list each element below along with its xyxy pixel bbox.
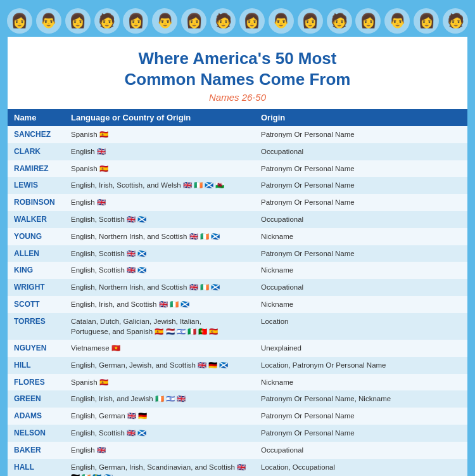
face-icon: 👨 <box>36 8 61 34</box>
col-header-origin: Origin <box>255 109 467 126</box>
cell-name: HILL <box>8 357 65 374</box>
cell-name: NELSON <box>8 425 65 442</box>
cell-origin: Patronym Or Personal Name <box>255 126 467 143</box>
cell-name: TORRES <box>8 313 65 340</box>
table-row: LEWISEnglish, Irish, Scottish, and Welsh… <box>8 177 467 194</box>
cell-language: English, Northern Irish, and Scottish 🇬🇧… <box>65 228 255 245</box>
cell-origin: Patronym Or Personal Name, Nickname <box>255 390 467 408</box>
cell-origin: Patronym Or Personal Name <box>255 245 467 262</box>
table-row: RAMIREZSpanish 🇪🇸Patronym Or Personal Na… <box>8 160 467 177</box>
cell-origin: Unexplained <box>255 340 467 357</box>
cell-name: ADAMS <box>8 408 65 425</box>
cell-name: HALL <box>8 459 65 476</box>
cell-origin: Location, Occupational <box>255 459 467 476</box>
cell-name: FLORES <box>8 374 65 391</box>
cell-origin: Patronym Or Personal Name <box>255 177 467 194</box>
face-icon: 👩 <box>181 8 206 34</box>
table-row: BAKEREnglish 🇬🇧Occupational <box>8 442 467 459</box>
cell-language: Vietnamese 🇻🇳 <box>65 340 255 357</box>
cell-name: ALLEN <box>8 245 65 262</box>
cell-name: WALKER <box>8 211 65 228</box>
table-row: YOUNGEnglish, Northern Irish, and Scotti… <box>8 228 467 245</box>
col-header-language: Language or Country of Origin <box>65 109 255 126</box>
page-title: Where America's 50 Most Common Names Com… <box>20 48 455 89</box>
cell-origin: Location <box>255 313 467 340</box>
cell-origin: Patronym Or Personal Name <box>255 425 467 442</box>
cell-language: English 🇬🇧 <box>65 143 255 160</box>
cell-language: Spanish 🇪🇸 <box>65 160 255 177</box>
top-face-strip: 👩 👨 👩 🧑 👩 👨 👩 🧑 👩 👨 👩 🧑 👩 👨 👩 🧑 <box>5 5 470 37</box>
cell-origin: Nickname <box>255 296 467 313</box>
cell-language: English, Scottish 🇬🇧 🏴󠁧󠁢󠁳󠁣󠁴󠁿 <box>65 211 255 228</box>
face-icon: 👩 <box>239 8 265 34</box>
face-icon: 🧑 <box>443 8 468 34</box>
cell-language: English, German, Jewish, and Scottish 🇬🇧… <box>65 357 255 374</box>
table-row: ALLENEnglish, Scottish 🇬🇧 🏴󠁧󠁢󠁳󠁣󠁴󠁿Patrony… <box>8 245 467 262</box>
cell-language: Spanish 🇪🇸 <box>65 374 255 391</box>
face-icon: 👨 <box>269 8 294 34</box>
table-row: CLARKEnglish 🇬🇧Occupational <box>8 143 467 160</box>
subtitle: Names 26-50 <box>20 92 455 103</box>
cell-origin: Nickname <box>255 374 467 391</box>
cell-name: KING <box>8 262 65 279</box>
cell-language: English, Northern Irish, and Scottish 🇬🇧… <box>65 279 255 296</box>
face-icon: 🧑 <box>94 8 120 34</box>
cell-language: English, Scottish 🇬🇧 🏴󠁧󠁢󠁳󠁣󠁴󠁿 <box>65 425 255 442</box>
face-icon: 👩 <box>298 8 323 34</box>
table-row: SANCHEZSpanish 🇪🇸Patronym Or Personal Na… <box>8 126 467 143</box>
cell-language: English, Irish, Scottish, and Welsh 🇬🇧 🇮… <box>65 177 255 194</box>
cell-language: English, Irish, and Jewish 🇮🇪 🇮🇱 🇬🇧 <box>65 390 255 408</box>
cell-name: SCOTT <box>8 296 65 313</box>
cell-language: English 🇬🇧 <box>65 194 255 211</box>
cell-origin: Occupational <box>255 442 467 459</box>
header-section: Where America's 50 Most Common Names Com… <box>8 37 467 109</box>
face-icon: 👨 <box>384 8 410 34</box>
cell-language: English, Scottish 🇬🇧 🏴󠁧󠁢󠁳󠁣󠁴󠁿 <box>65 245 255 262</box>
table-row: ADAMSEnglish, German 🇬🇧 🇩🇪Patronym Or Pe… <box>8 408 467 425</box>
face-icon: 👩 <box>355 8 381 34</box>
face-icon: 👩 <box>414 8 439 34</box>
face-icon: 🧑 <box>210 8 236 34</box>
table-row: TORRESCatalan, Dutch, Galician, Jewish, … <box>8 313 467 340</box>
table-row: FLORESSpanish 🇪🇸Nickname <box>8 374 467 391</box>
cell-name: RAMIREZ <box>8 160 65 177</box>
face-icon: 👩 <box>123 8 148 34</box>
cell-origin: Patronym Or Personal Name <box>255 160 467 177</box>
table-row: KINGEnglish, Scottish 🇬🇧 🏴󠁧󠁢󠁳󠁣󠁴󠁿Nickname <box>8 262 467 279</box>
cell-name: BAKER <box>8 442 65 459</box>
cell-origin: Nickname <box>255 228 467 245</box>
cell-name: SANCHEZ <box>8 126 65 143</box>
cell-origin: Patronym Or Personal Name <box>255 408 467 425</box>
cell-origin: Occupational <box>255 279 467 296</box>
cell-language: English 🇬🇧 <box>65 442 255 459</box>
table-row: HALLEnglish, German, Irish, Scandinavian… <box>8 459 467 476</box>
cell-language: English, Scottish 🇬🇧 🏴󠁧󠁢󠁳󠁣󠁴󠁿 <box>65 262 255 279</box>
cell-origin: Nickname <box>255 262 467 279</box>
table-row: WRIGHTEnglish, Northern Irish, and Scott… <box>8 279 467 296</box>
cell-language: Spanish 🇪🇸 <box>65 126 255 143</box>
cell-origin: Patronym Or Personal Name <box>255 194 467 211</box>
table-row: WALKEREnglish, Scottish 🇬🇧 🏴󠁧󠁢󠁳󠁣󠁴󠁿Occupa… <box>8 211 467 228</box>
cell-name: WRIGHT <box>8 279 65 296</box>
cell-name: NGUYEN <box>8 340 65 357</box>
table-row: GREENEnglish, Irish, and Jewish 🇮🇪 🇮🇱 🇬🇧… <box>8 390 467 408</box>
cell-name: CLARK <box>8 143 65 160</box>
table-row: NELSONEnglish, Scottish 🇬🇧 🏴󠁧󠁢󠁳󠁣󠁴󠁿Patron… <box>8 425 467 442</box>
cell-name: GREEN <box>8 390 65 408</box>
cell-language: Catalan, Dutch, Galician, Jewish, Italia… <box>65 313 255 340</box>
table-row: HILLEnglish, German, Jewish, and Scottis… <box>8 357 467 374</box>
face-icon: 🧑 <box>327 8 352 34</box>
cell-origin: Occupational <box>255 143 467 160</box>
face-icon: 👩 <box>7 8 32 34</box>
col-header-name: Name <box>8 109 65 126</box>
names-table: Name Language or Country of Origin Origi… <box>8 109 467 476</box>
cell-name: ROBINSON <box>8 194 65 211</box>
face-icon: 👨 <box>152 8 177 34</box>
table-row: NGUYENVietnamese 🇻🇳Unexplained <box>8 340 467 357</box>
table-header-row: Name Language or Country of Origin Origi… <box>8 109 467 126</box>
table-row: ROBINSONEnglish 🇬🇧Patronym Or Personal N… <box>8 194 467 211</box>
cell-origin: Occupational <box>255 211 467 228</box>
cell-language: English, German 🇬🇧 🇩🇪 <box>65 408 255 425</box>
cell-origin: Location, Patronym Or Personal Name <box>255 357 467 374</box>
cell-language: English, Irish, and Scottish 🇬🇧 🇮🇪 🏴󠁧󠁢󠁳󠁣… <box>65 296 255 313</box>
